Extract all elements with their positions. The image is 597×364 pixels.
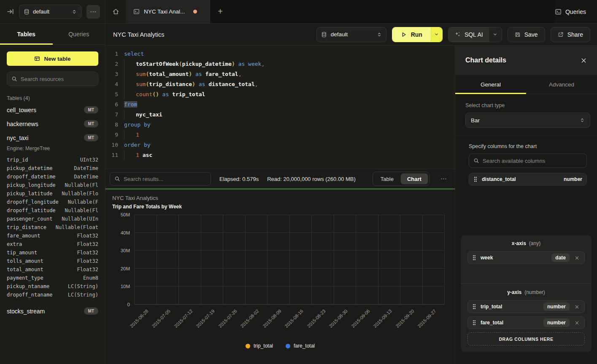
chip-remove-button[interactable] <box>574 304 580 310</box>
chip-remove-button[interactable] <box>574 320 580 326</box>
column-row[interactable]: extraFloat32 <box>7 240 98 248</box>
sidebar-more-button[interactable]: ⋯ <box>86 5 100 19</box>
y-axis-title: y-axis <box>507 289 521 295</box>
resource-search-input[interactable] <box>21 76 94 82</box>
queries-terminal-icon <box>555 8 562 15</box>
sql-ai-button[interactable]: SQL AI <box>448 27 489 42</box>
x-tick-label: 2015-06-28 <box>129 308 149 329</box>
database-selector[interactable]: default <box>19 5 81 19</box>
drop-zone[interactable]: DRAG COLUMNS HERE <box>467 332 585 345</box>
table-item-stocks-stream[interactable]: stocks_stream MT <box>7 304 98 318</box>
column-row[interactable]: fare_amountFloat32 <box>7 232 98 240</box>
column-row[interactable]: pickup_ntanameLC(String) <box>7 282 98 291</box>
results-more-button[interactable]: ⋯ <box>438 173 450 184</box>
engine-badge: MT <box>84 307 98 315</box>
x-axis-hint: (any) <box>529 240 540 246</box>
legend-item-trip_total[interactable]: trip_total <box>246 343 273 349</box>
table-item-nyc-taxi[interactable]: nyc_taxi MT <box>7 131 98 145</box>
table-item-cell-towers[interactable]: cell_towers MT <box>7 103 98 117</box>
queries-button-label: Queries <box>565 8 586 15</box>
plot-column <box>312 215 334 304</box>
x-tick-label: 2015-08-02 <box>240 308 260 329</box>
table-name: nyc_taxi <box>7 135 28 141</box>
share-button[interactable]: Share <box>551 27 590 42</box>
column-row[interactable]: dropoff_longitudeNullable(F <box>7 198 98 206</box>
column-row[interactable]: dropoff_latitudeNullable(Fl <box>7 206 98 215</box>
home-button[interactable] <box>105 0 126 23</box>
column-row[interactable]: dropoff_ntanameLC(String) <box>7 291 98 299</box>
column-chip-week[interactable]: weekdate <box>467 251 585 264</box>
sql-editor[interactable]: 1select2toStartOfWeek(pickup_datetime) a… <box>105 46 455 169</box>
column-row[interactable]: total_amountFloat32 <box>7 265 98 274</box>
chip-name: distance_total <box>482 176 559 182</box>
y-tick-label: 0 <box>127 302 130 307</box>
run-button[interactable]: Run <box>392 27 431 42</box>
tab-advanced[interactable]: Advanced <box>526 75 597 94</box>
column-row[interactable]: tolls_amountFloat32 <box>7 257 98 265</box>
column-row[interactable]: pickup_datetimeDateTime <box>7 164 98 173</box>
column-type: UInt32 <box>80 156 98 164</box>
column-row[interactable]: passenger_countNullable(UIn <box>7 215 98 223</box>
play-icon <box>401 32 407 38</box>
chip-name: trip_total <box>481 304 539 310</box>
plot-column <box>378 215 401 304</box>
results-toolbar: Elapsed: 0.579s Read: 20,000,000 rows (2… <box>105 169 455 189</box>
table-name: hackernews <box>7 121 38 127</box>
column-row[interactable]: tip_amountFloat32 <box>7 248 98 257</box>
column-chip-trip_total[interactable]: trip_totalnumber <box>467 300 585 313</box>
plot-column <box>267 215 290 304</box>
results-search-input[interactable] <box>124 176 206 182</box>
chart-type-label: Select chart type <box>465 102 590 108</box>
view-chart-button[interactable]: Chart <box>401 173 428 184</box>
column-chip-distance_total[interactable]: distance_totalnumber <box>469 173 587 186</box>
save-button[interactable]: Save <box>508 27 545 42</box>
chart-type-value: Bar <box>471 117 580 124</box>
x-tick-label: 2015-08-16 <box>284 308 304 329</box>
column-type: Nullable(Float <box>56 223 98 232</box>
x-axis-header: x-axis(any) <box>467 240 585 246</box>
column-row[interactable]: dropoff_datetimeDateTime <box>7 173 98 181</box>
new-table-button[interactable]: New table <box>7 51 98 66</box>
column-row[interactable]: trip_idUInt32 <box>7 156 98 164</box>
tab-nyc-taxi-analytics[interactable]: NYC Taxi Anal... <box>126 0 210 23</box>
query-terminal-icon <box>133 8 140 15</box>
close-panel-button[interactable] <box>581 57 587 64</box>
column-type: Enum8 <box>83 274 98 282</box>
sql-ai-options-button[interactable] <box>489 27 502 42</box>
updown-chevron-icon <box>377 32 382 37</box>
y-axis-labels: 010M20M30M40M50M <box>112 215 134 305</box>
column-row[interactable]: payment_typeEnum8 <box>7 274 98 282</box>
legend-item-fare_total[interactable]: fare_total <box>286 343 315 349</box>
chart-type-section: Select chart type Bar <box>455 94 597 136</box>
column-chip-fare_total[interactable]: fare_totalnumber <box>467 316 585 329</box>
share-button-label: Share <box>567 31 583 38</box>
columns-search-input[interactable] <box>483 158 582 164</box>
tab-general[interactable]: General <box>455 75 526 94</box>
column-row[interactable]: trip_distanceNullable(Float <box>7 223 98 232</box>
column-row[interactable]: pickup_longitudeNullable(Fl <box>7 181 98 189</box>
query-title: NYC Taxi Analytics <box>113 31 316 38</box>
queries-button[interactable]: Queries <box>555 8 586 15</box>
chip-remove-button[interactable] <box>574 255 580 261</box>
code-line: 2toStartOfWeek(pickup_datetime) as week, <box>105 59 455 69</box>
view-table-button[interactable]: Table <box>374 173 400 184</box>
tab-tables[interactable]: Tables <box>0 24 53 44</box>
drag-handle-icon[interactable] <box>472 255 476 261</box>
column-row[interactable]: pickup_latitudeNullable(Flo <box>7 189 98 198</box>
chart-type-selector[interactable]: Bar <box>465 113 590 128</box>
code-text: toStartOfWeek(pickup_datetime) as week, <box>124 59 265 69</box>
x-tick-label: 2015-09-27 <box>417 308 437 329</box>
line-number: 9 <box>105 130 124 140</box>
tab-queries[interactable]: Queries <box>53 24 105 44</box>
run-options-button[interactable] <box>431 27 442 42</box>
sidebar-collapse-icon[interactable] <box>7 8 14 15</box>
legend-dot <box>246 344 250 348</box>
drag-handle-icon[interactable] <box>473 176 478 182</box>
new-tab-button[interactable]: + <box>210 0 230 23</box>
table-icon <box>34 56 40 62</box>
run-database-selector[interactable]: default <box>316 27 386 42</box>
drag-handle-icon[interactable] <box>472 304 476 310</box>
table-item-hackernews[interactable]: hackernews MT <box>7 117 98 131</box>
drag-handle-icon[interactable] <box>472 320 476 326</box>
code-text: count() as trip_total <box>124 89 205 100</box>
